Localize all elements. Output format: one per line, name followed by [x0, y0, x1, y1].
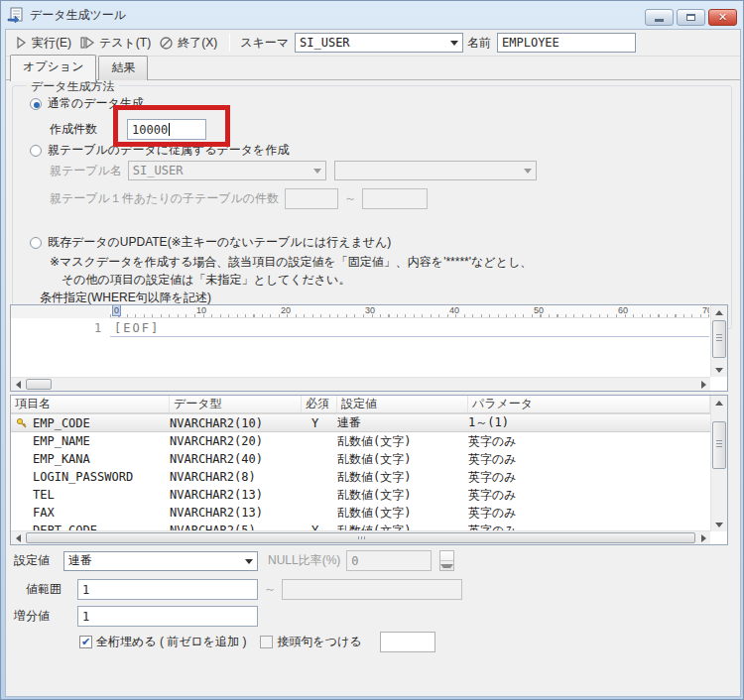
scroll-left-icon[interactable]	[11, 531, 25, 544]
table-row[interactable]: LOGIN_PASSWORDNVARCHAR2(8)乱数値(文字)英字のみ	[11, 468, 710, 486]
ruler-mark: 70	[700, 305, 709, 317]
null-rate-label: NULL比率(%)	[268, 552, 340, 569]
toolbar: 実行(E) テスト(T) 終了(X) スキーマ SI_USER 名前 EMPLO…	[6, 30, 740, 57]
parent-table-label: 親テーブル名	[50, 163, 122, 179]
table-vertical-scrollbar[interactable]	[710, 396, 727, 531]
parameter-value: 英字のみ	[468, 451, 710, 468]
text-caret	[169, 123, 170, 136]
table-row[interactable]: EMP_NAMENVARCHAR2(20)乱数値(文字)英字のみ	[11, 432, 710, 450]
header-setting[interactable]: 設定値	[337, 396, 468, 412]
radio-update-existing[interactable]: 既存データのUPDATE(※主キーのないテーブルには行えません)	[30, 234, 391, 251]
table-row[interactable]: EMP_KANANVARCHAR2(40)乱数値(文字)英字のみ	[11, 450, 710, 468]
header-parameter[interactable]: パラメータ	[468, 396, 710, 412]
tab-results[interactable]: 結果	[98, 56, 148, 80]
parameter-value: 英字のみ	[468, 433, 710, 450]
child-count-to-input[interactable]	[362, 188, 428, 209]
test-button[interactable]: テスト(T)	[77, 33, 157, 54]
editor-hscroll-thumb[interactable]	[26, 379, 52, 390]
tilde-separator: ～	[344, 190, 356, 207]
app-window: データ生成ツール ✕ 実行(E) テスト(T) 終了(X) スキーマ	[0, 0, 744, 700]
pad-digits-label: 全桁埋める ( 前ゼロを追加 )	[96, 634, 246, 650]
parent-table-combobox[interactable]: SI_USER	[128, 161, 326, 180]
exit-icon	[159, 36, 174, 51]
spinner-up-icon[interactable]	[440, 551, 453, 561]
table-row[interactable]: EMP_CODENVARCHAR2(10)Y連番1～(1)	[11, 413, 710, 432]
table-header[interactable]: 項目名 データ型 必須 設定値 パラメータ	[11, 396, 710, 413]
range-to-input[interactable]	[282, 579, 462, 600]
tab-strip: オプション 結果	[10, 58, 150, 80]
title-bar[interactable]: データ生成ツール ✕	[1, 1, 743, 29]
scroll-down-icon[interactable]	[711, 363, 727, 377]
radio-parent-generation[interactable]: 親テーブルのデータに従属するデータを作成	[30, 142, 289, 159]
name-input[interactable]: EMPLOYEE	[497, 33, 636, 53]
scroll-right-icon[interactable]	[696, 531, 710, 544]
parent-column-combobox[interactable]	[334, 161, 537, 180]
scroll-up-icon[interactable]	[711, 305, 727, 319]
record-count-input[interactable]: 10000	[127, 119, 206, 140]
run-button[interactable]: 実行(E)	[12, 33, 77, 54]
header-data-type[interactable]: データ型	[170, 396, 302, 412]
radio-update-label: 既存データのUPDATE(※主キーのないテーブルには行えません)	[48, 234, 391, 251]
null-rate-value: 0	[351, 554, 358, 568]
increment-label: 増分値	[14, 608, 50, 625]
mask-note-line1: ※マスクデータを作成する場合、該当項目の設定値を「固定値」、内容を'*****'…	[50, 254, 532, 271]
parent-table-row: 親テーブル名 SI_USER	[50, 161, 537, 180]
prefix-checkbox[interactable]	[260, 636, 273, 648]
null-rate-spinner[interactable]	[439, 550, 454, 571]
increment-input[interactable]: 1	[77, 606, 258, 627]
table-row[interactable]: FAXNVARCHAR2(13)乱数値(文字)英字のみ	[11, 504, 710, 522]
ruler-mark: 30	[363, 305, 447, 317]
ruler-mark: 60	[616, 305, 700, 317]
tab-options[interactable]: オプション	[10, 55, 96, 81]
close-button[interactable]: ✕	[708, 9, 737, 26]
scroll-left-icon[interactable]	[11, 378, 25, 391]
header-required[interactable]: 必須	[302, 396, 337, 412]
null-rate-input[interactable]: 0	[346, 550, 432, 571]
scroll-right-icon[interactable]	[696, 378, 710, 391]
schema-combobox[interactable]: SI_USER	[295, 33, 463, 53]
table-horizontal-scrollbar[interactable]	[11, 530, 710, 544]
where-clause-editor[interactable]: 01020304050607080 1 [EOF]	[10, 304, 728, 392]
table-vscroll-thumb[interactable]	[712, 421, 726, 469]
scroll-down-icon[interactable]	[711, 518, 727, 531]
record-count-label: 作成件数	[50, 121, 97, 138]
column-name: EMP_CODE	[33, 416, 170, 430]
scroll-up-icon[interactable]	[711, 396, 727, 409]
prefix-input[interactable]	[380, 632, 435, 652]
editor-horizontal-scrollbar[interactable]	[11, 377, 710, 391]
editor-vscroll-thumb[interactable]	[712, 320, 726, 358]
exit-button[interactable]: 終了(X)	[157, 33, 223, 54]
parameter-value: 英字のみ	[468, 487, 710, 504]
child-count-from-input[interactable]	[285, 188, 338, 209]
table-body: EMP_CODENVARCHAR2(10)Y連番1～(1)EMP_NAMENVA…	[11, 413, 710, 530]
data-type: NVARCHAR2(13)	[170, 506, 302, 520]
parameter-value: 1～(1)	[468, 414, 710, 431]
key-icon	[16, 417, 28, 429]
chevron-down-icon	[524, 169, 532, 174]
setting-value-row: 設定値 連番 NULL比率(%) 0	[14, 550, 454, 571]
table-hscroll-thumb[interactable]	[26, 532, 695, 543]
schema-label: スキーマ	[240, 35, 289, 52]
editor-vertical-scrollbar[interactable]	[710, 305, 727, 377]
column-name: LOGIN_PASSWORD	[33, 470, 170, 484]
table-row[interactable]: DEPT_CODENVARCHAR2(5)Y乱数値(文字)英字のみ	[11, 522, 710, 530]
setting-value-combobox[interactable]: 連番	[63, 551, 258, 571]
setting-value: 乱数値(文字)	[337, 451, 468, 468]
chevron-down-icon	[245, 559, 253, 564]
range-from-value: 1	[82, 583, 89, 597]
table-row[interactable]: TELNVARCHAR2(13)乱数値(文字)英字のみ	[11, 486, 710, 504]
minimize-button[interactable]	[645, 9, 674, 26]
required-flag: Y	[302, 524, 337, 530]
radio-normal-generation[interactable]: 通常のデータ生成	[30, 95, 144, 112]
tilde-separator: ～	[264, 581, 276, 598]
pad-digits-checkbox[interactable]: ✔	[79, 636, 92, 648]
setting-value: 乱数値(文字)	[337, 469, 468, 486]
spinner-down-icon[interactable]	[440, 561, 453, 570]
data-type: NVARCHAR2(5)	[170, 524, 302, 530]
header-column-name[interactable]: 項目名	[11, 396, 170, 412]
column-name: FAX	[33, 506, 170, 520]
maximize-button[interactable]	[677, 9, 705, 26]
ruler-mark: 10	[194, 305, 279, 317]
range-from-input[interactable]: 1	[77, 579, 258, 600]
record-count-value: 10000	[132, 123, 168, 137]
